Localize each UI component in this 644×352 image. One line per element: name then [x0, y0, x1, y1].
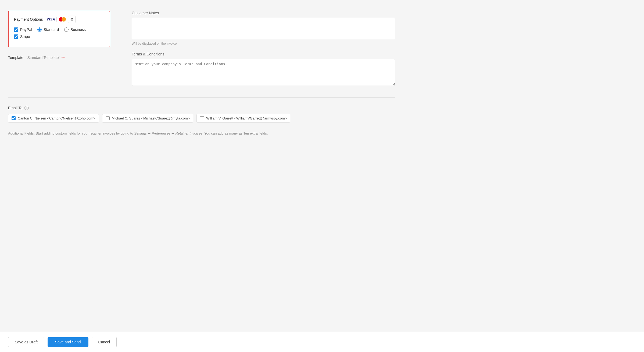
recipient-checkbox-1[interactable]: [106, 116, 110, 120]
recipient-item-1[interactable]: Michael C. Suarez <MichaelCSuarez@rhyta.…: [102, 114, 194, 123]
additional-fields-text: Additional Fields: Start adding custom f…: [8, 131, 395, 136]
recipient-name-1: Michael C. Suarez <MichaelCSuarez@rhyta.…: [112, 116, 190, 120]
business-radio-item[interactable]: Business: [64, 27, 86, 32]
business-radio[interactable]: [64, 27, 69, 32]
arrow1: ➨: [148, 131, 151, 135]
additional-fields-suffix: . You can add as many as Ten extra field…: [202, 131, 268, 135]
save-as-draft-button[interactable]: Save as Draft: [8, 337, 44, 347]
paypal-checkbox[interactable]: [14, 27, 18, 32]
recipient-item-2[interactable]: William V. Garrett <WilliamVGarrett@army…: [196, 114, 290, 123]
recipient-name-0: Carlton C. Nielsen <CarltonCNielsen@zoho…: [18, 116, 95, 120]
customer-notes-section: Customer Notes Will be displayed on the …: [132, 11, 395, 45]
template-row: Template: 'Standard Template' ✏: [8, 55, 110, 60]
email-to-section: Email To i Carlton C. Nielsen <CarltonCN…: [8, 106, 395, 123]
visa-icon: VISA: [45, 17, 57, 22]
standard-label: Standard: [44, 27, 59, 32]
retainer-link: Retainer Invoices: [176, 131, 202, 135]
additional-fields-prefix: Additional Fields: Start adding custom f…: [8, 131, 134, 135]
terms-input[interactable]: [132, 59, 395, 86]
payment-options-row-1: PayPal Standard Business: [14, 27, 104, 32]
payment-settings-button[interactable]: ⚙: [68, 16, 76, 23]
preferences-link: Preferences: [152, 131, 170, 135]
payment-options-header: Payment Options VISA ⚙: [14, 16, 104, 23]
email-label-row: Email To i: [8, 106, 395, 110]
customer-notes-hint: Will be displayed on the invoice: [132, 42, 395, 45]
payment-options-title: Payment Options: [14, 17, 43, 22]
standard-radio-item[interactable]: Standard: [37, 27, 59, 32]
cancel-button[interactable]: Cancel: [92, 337, 117, 347]
payment-options-row-2: Stripe: [14, 34, 104, 39]
terms-label: Terms & Conditions: [132, 52, 395, 56]
payment-options-box: Payment Options VISA ⚙ PayPal: [8, 11, 110, 47]
stripe-checkbox-item[interactable]: Stripe: [14, 34, 30, 39]
customer-notes-label: Customer Notes: [132, 11, 395, 15]
recipient-item-0[interactable]: Carlton C. Nielsen <CarltonCNielsen@zoho…: [8, 114, 99, 123]
terms-section: Terms & Conditions: [132, 52, 395, 87]
arrow2: ➨: [171, 131, 174, 135]
standard-radio[interactable]: [37, 27, 42, 32]
recipient-checkbox-2[interactable]: [200, 116, 204, 120]
section-divider: [8, 97, 395, 98]
email-to-label: Email To: [8, 106, 22, 110]
email-recipients-list: Carlton C. Nielsen <CarltonCNielsen@zoho…: [8, 114, 395, 123]
footer-bar: Save as Draft Save and Send Cancel: [0, 332, 644, 352]
paypal-label: PayPal: [20, 27, 32, 32]
customer-notes-input[interactable]: [132, 18, 395, 39]
recipient-name-2: William V. Garrett <WilliamVGarrett@army…: [206, 116, 287, 120]
template-value: 'Standard Template': [27, 55, 60, 60]
template-edit-icon[interactable]: ✏: [62, 55, 65, 60]
info-icon: i: [24, 106, 29, 110]
settings-link: Settings: [134, 131, 147, 135]
stripe-checkbox[interactable]: [14, 34, 18, 39]
paypal-checkbox-item[interactable]: PayPal: [14, 27, 32, 32]
save-and-send-button[interactable]: Save and Send: [48, 337, 88, 347]
stripe-label: Stripe: [20, 34, 30, 39]
template-label: Template:: [8, 55, 24, 60]
business-label: Business: [70, 27, 86, 32]
recipient-checkbox-0[interactable]: [12, 116, 16, 120]
mastercard-icon: [59, 17, 66, 22]
